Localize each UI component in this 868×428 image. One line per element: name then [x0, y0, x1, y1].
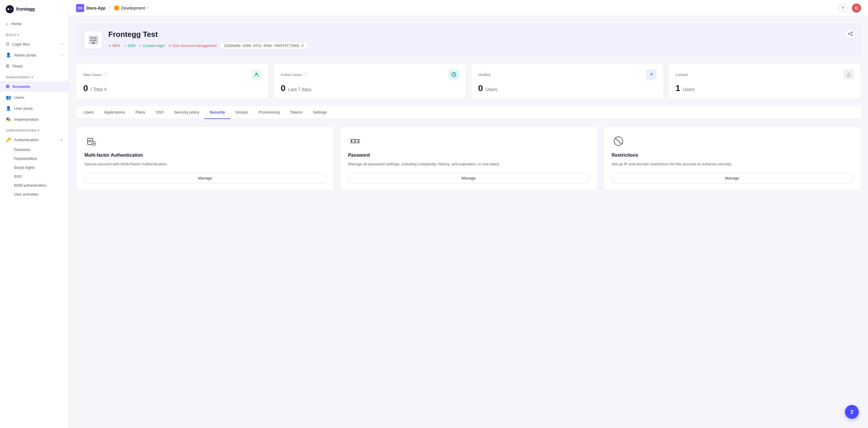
main-content: DO Docs-App / 🟠 Development ▾ ? G	[69, 0, 868, 428]
sidebar: frontegg ⌂ Home Build ▾ ⊡ Login Box ↗ 👤 …	[0, 0, 69, 428]
sidebar-item-users[interactable]: 👥 Users	[0, 92, 69, 103]
svg-rect-6	[95, 37, 96, 39]
new-users-help-icon[interactable]: ⓘ	[103, 72, 107, 77]
svg-line-27	[615, 138, 622, 144]
sidebar-item-flows[interactable]: ⊞ Flows	[0, 61, 69, 71]
tab-security[interactable]: Security	[204, 106, 230, 119]
float-badge[interactable]: 2	[845, 405, 859, 419]
accounts-icon: ⊞	[6, 84, 9, 89]
tab-sso[interactable]: SSO	[150, 106, 169, 119]
stat-card-locked: Locked 1 Users	[668, 63, 861, 99]
new-users-label: New Users ⓘ	[83, 72, 107, 77]
sidebar-sub-user-activation[interactable]: User activation	[0, 190, 69, 199]
tabs-row: Users Applications Plans SSO Security po…	[76, 106, 861, 119]
env-dropdown-caret: ▾	[147, 6, 148, 9]
stat-card-header-active-users: Active Users ⓘ	[281, 69, 459, 80]
tab-settings[interactable]: Settings	[308, 106, 332, 119]
tab-groups[interactable]: Groups	[230, 106, 253, 119]
tenant-id-box: 22656d9e-420b-4f32-9566-f459f5f73568 ⧉	[220, 42, 308, 50]
svg-rect-4	[91, 37, 92, 39]
topbar-right: ? G	[839, 3, 861, 13]
svg-rect-10	[92, 42, 95, 44]
restrictions-desc: Set up IP and domain restrictions for th…	[612, 161, 853, 167]
app-badge[interactable]: DO	[76, 4, 84, 12]
svg-point-19	[848, 75, 849, 76]
svg-rect-5	[93, 37, 94, 39]
sidebar-item-impersonation[interactable]: 🎭 Impersonation	[0, 114, 69, 125]
sidebar-sub-passwordless[interactable]: Passwordless	[0, 154, 69, 163]
tab-tokens[interactable]: Tokens	[285, 106, 308, 119]
stat-card-header-locked: Locked	[676, 69, 854, 80]
sidebar-management-section: Management ▾	[0, 71, 69, 81]
home-icon: ⌂	[6, 21, 8, 26]
tenant-id: 22656d9e-420b-4f32-9566-f459f5f73568	[224, 44, 299, 48]
env-selector[interactable]: 🟠 Development ▾	[114, 5, 148, 11]
restrictions-manage-button[interactable]: Manage	[612, 173, 853, 184]
tag-custom-login: ✓ Custom login	[139, 43, 165, 48]
page-header-card: Frontegg Test ✕ MFA ✓ SSO ✓ Custom login	[76, 23, 861, 57]
sidebar-item-accounts[interactable]: ⊞ Accounts	[0, 81, 69, 92]
sidebar-item-login-box[interactable]: ⊡ Login Box ↗	[0, 39, 69, 50]
svg-point-13	[851, 35, 852, 36]
sidebar-home-label: Home	[11, 22, 22, 26]
tag-sub-account: ✕ Sub-Account management	[168, 43, 217, 48]
sidebar-item-authentication[interactable]: 🔑 Authentication ▲	[0, 134, 69, 145]
svg-rect-8	[93, 40, 94, 41]
flows-icon: ⊞	[6, 63, 9, 69]
external-link-icon-2: ↗	[61, 53, 63, 57]
locked-icon	[843, 69, 854, 80]
sidebar-users-label: Users	[14, 95, 24, 100]
sidebar-impersonation-label: Impersonation	[14, 117, 39, 122]
sidebar-sub-m2m-label: M2M authentication	[14, 183, 46, 188]
tag-sso: ✓ SSO	[124, 43, 135, 48]
password-desc: Manage all password settings, including …	[348, 161, 589, 167]
breadcrumb-sep: /	[109, 5, 110, 11]
active-users-label: Active Users ⓘ	[281, 72, 307, 77]
help-button[interactable]: ?	[839, 4, 847, 12]
mfa-title: Multi-factor Authentication	[85, 153, 326, 158]
copy-icon[interactable]: ⧉	[301, 43, 304, 48]
locked-value: 1 Users	[676, 83, 854, 93]
sidebar-item-home[interactable]: ⌂ Home	[0, 19, 69, 29]
password-manage-button[interactable]: Manage	[348, 173, 589, 184]
stat-card-new-users: New Users ⓘ 0 / Total 4	[76, 63, 269, 99]
tab-security-policy[interactable]: Security policy	[169, 106, 204, 119]
tab-applications[interactable]: Applications	[99, 106, 130, 119]
tag-mfa: ✕ MFA	[108, 43, 120, 48]
tab-plans[interactable]: Plans	[130, 106, 150, 119]
sidebar-sub-m2m[interactable]: M2M authentication	[0, 181, 69, 190]
mfa-manage-button[interactable]: Manage	[85, 173, 326, 184]
active-users-help-icon[interactable]: ⓘ	[304, 72, 307, 77]
app-name[interactable]: Docs-App	[87, 6, 105, 10]
svg-point-2	[10, 8, 12, 10]
new-users-icon	[251, 69, 262, 80]
sidebar-sub-password[interactable]: Password	[0, 145, 69, 154]
share-button[interactable]	[845, 29, 855, 39]
share-icon	[848, 31, 853, 36]
security-card-password: Password Manage all password settings, i…	[340, 126, 598, 191]
user-avatar[interactable]: G	[852, 3, 861, 13]
admin-portal-icon: 👤	[6, 53, 11, 58]
sidebar-authentication-label: Authentication	[14, 138, 39, 142]
sidebar-item-user-pools[interactable]: 👤 User pools	[0, 103, 69, 114]
env-name: Development	[121, 6, 145, 10]
float-badge-count: 2	[850, 409, 853, 415]
sidebar-item-admin-portal[interactable]: 👤 Admin portal ↗	[0, 50, 69, 61]
password-icon	[348, 134, 362, 148]
tab-users[interactable]: Users	[79, 106, 99, 119]
sidebar-sub-user-activation-label: User activation	[14, 192, 39, 196]
stat-card-verified: Verified 0 Users	[471, 63, 664, 99]
new-users-value: 0 / Total 4	[83, 83, 262, 93]
help-icon: ?	[842, 6, 844, 10]
tab-provisioning[interactable]: Provisioning	[253, 106, 285, 119]
frontegg-logo-icon	[6, 5, 14, 13]
building-icon	[88, 35, 98, 45]
restrictions-title: Restrictions	[612, 153, 853, 158]
sidebar-sub-sso[interactable]: SSO	[0, 172, 69, 181]
impersonation-icon: 🎭	[6, 117, 11, 122]
svg-point-25	[358, 140, 359, 142]
sidebar-build-section: Build ▾	[0, 29, 69, 39]
security-card-restrictions: Restrictions Set up IP and domain restri…	[603, 126, 861, 191]
password-title: Password	[348, 153, 589, 158]
sidebar-sub-social-logins[interactable]: Social logins	[0, 163, 69, 172]
